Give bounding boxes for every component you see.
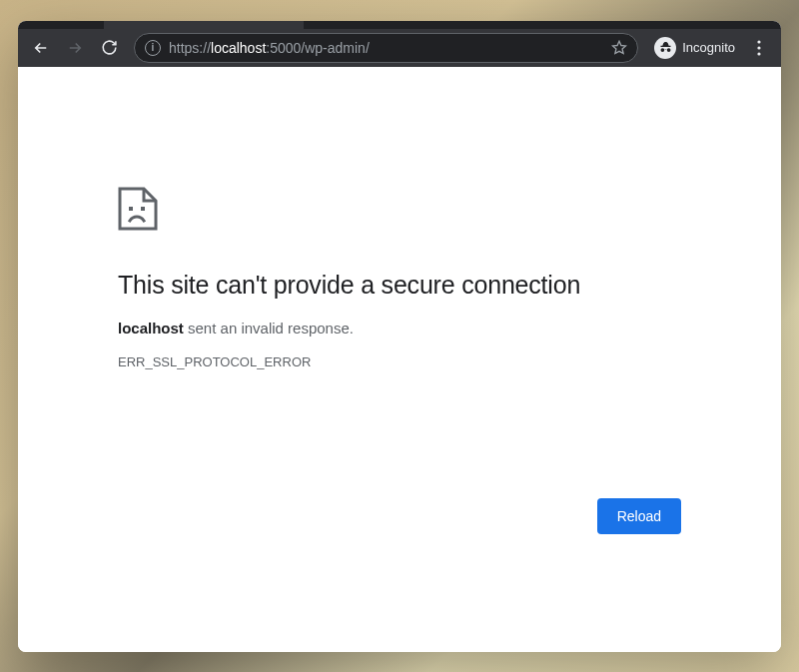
site-info-icon[interactable]: i bbox=[145, 40, 161, 56]
bookmark-star-icon[interactable] bbox=[611, 40, 627, 56]
toolbar: i https://localhost:5000/wp-admin/ Incog… bbox=[18, 29, 781, 67]
url-path: :5000/wp-admin/ bbox=[266, 40, 370, 56]
menu-button[interactable] bbox=[745, 40, 773, 56]
reload-toolbar-button[interactable] bbox=[94, 33, 124, 63]
error-heading: This site can't provide a secure connect… bbox=[118, 271, 681, 300]
sad-page-icon bbox=[118, 187, 681, 235]
back-button[interactable] bbox=[26, 33, 56, 63]
browser-window: localhost i https://localhost:5000/wp-ad… bbox=[18, 21, 781, 652]
tab-strip: localhost bbox=[18, 21, 781, 29]
new-tab-button[interactable] bbox=[310, 21, 338, 27]
svg-rect-5 bbox=[141, 207, 145, 211]
reload-button[interactable]: Reload bbox=[597, 498, 681, 534]
svg-point-3 bbox=[757, 52, 760, 55]
page-content: This site can't provide a secure connect… bbox=[18, 67, 781, 652]
error-code: ERR_SSL_PROTOCOL_ERROR bbox=[118, 354, 681, 369]
error-message: localhost sent an invalid response. bbox=[118, 320, 681, 336]
error-host: localhost bbox=[118, 320, 184, 336]
forward-button[interactable] bbox=[60, 33, 90, 63]
url-text: https://localhost:5000/wp-admin/ bbox=[169, 40, 603, 56]
url-scheme: https:// bbox=[169, 40, 211, 56]
incognito-indicator: Incognito bbox=[648, 37, 741, 59]
address-bar[interactable]: i https://localhost:5000/wp-admin/ bbox=[134, 33, 638, 63]
tab-active[interactable]: localhost bbox=[104, 21, 304, 29]
incognito-icon bbox=[654, 37, 676, 59]
incognito-label: Incognito bbox=[682, 40, 735, 55]
svg-point-2 bbox=[757, 46, 760, 49]
svg-point-1 bbox=[757, 40, 760, 43]
svg-rect-4 bbox=[129, 207, 133, 211]
url-host: localhost bbox=[211, 40, 266, 56]
error-message-suffix: sent an invalid response. bbox=[184, 320, 354, 336]
